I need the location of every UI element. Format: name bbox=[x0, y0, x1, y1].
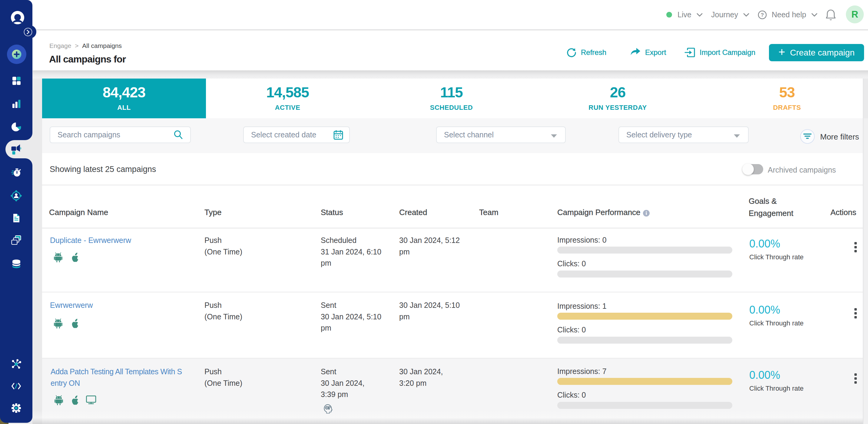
svg-text:?: ? bbox=[761, 12, 764, 18]
